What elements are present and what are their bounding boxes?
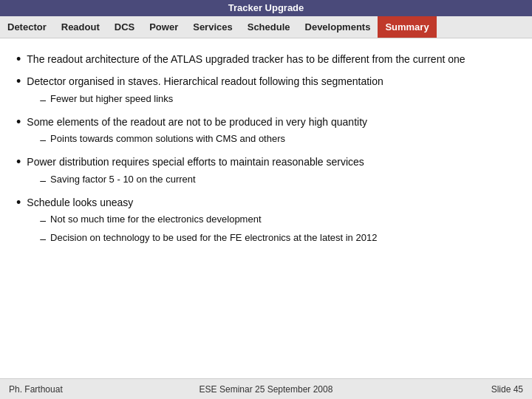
sub-bullet-b5s1: –Not so much time for the electronics de… (40, 213, 516, 228)
bullet-item-b4: •Power distribution requires special eff… (16, 154, 516, 188)
nav-item-readout[interactable]: Readout (54, 16, 107, 38)
footer-left: Ph. Farthouat (9, 384, 63, 395)
sub-bullet-b5s2: –Decision on technology to be used for t… (40, 231, 516, 246)
nav-bar: DetectorReadoutDCSPowerServicesScheduleD… (0, 16, 532, 38)
nav-item-detector[interactable]: Detector (0, 16, 54, 38)
bullet-text-b3: Some elements of the readout are not to … (27, 115, 516, 148)
bullet-item-b5: •Schedule looks uneasy–Not so much time … (16, 195, 516, 246)
bullet-text-b5: Schedule looks uneasy–Not so much time f… (27, 195, 516, 246)
bullet-item-b1: •The readout architecture of the ATLAS u… (16, 52, 516, 66)
nav-item-services[interactable]: Services (185, 16, 240, 38)
sub-dash: – (40, 92, 46, 107)
footer-center: ESE Seminar 25 September 2008 (200, 384, 333, 395)
footer-right: Slide 45 (491, 384, 523, 395)
bullet-main-text: Power distribution requires special effo… (27, 156, 364, 168)
bullet-item-b3: •Some elements of the readout are not to… (16, 115, 516, 148)
sub-bullet-b4s1: –Saving factor 5 - 10 on the current (40, 173, 516, 188)
bullet-dot: • (16, 196, 21, 209)
sub-text-b2s1: Fewer but higher speed links (50, 92, 173, 106)
sub-text-b5s2: Decision on technology to be used for th… (50, 231, 377, 245)
sub-bullet-b2s1: –Fewer but higher speed links (40, 92, 516, 107)
sub-text-b4s1: Saving factor 5 - 10 on the current (50, 173, 196, 187)
bullet-text-b4: Power distribution requires special effo… (27, 154, 516, 188)
bullet-main-text: Detector organised in staves. Hierarchic… (27, 75, 383, 87)
bullet-dot: • (16, 75, 21, 88)
bullet-item-b2: •Detector organised in staves. Hierarchi… (16, 74, 516, 107)
sub-dash: – (40, 231, 46, 246)
bullet-dot: • (16, 115, 21, 129)
bullet-text-b2: Detector organised in staves. Hierarchic… (27, 74, 516, 107)
bullet-main-text: Some elements of the readout are not to … (27, 116, 367, 128)
bullet-text-b1: The readout architecture of the ATLAS up… (27, 52, 516, 66)
sub-dash: – (40, 132, 46, 147)
main-content: •The readout architecture of the ATLAS u… (0, 38, 532, 261)
nav-item-power[interactable]: Power (142, 16, 185, 38)
bullet-main-text: Schedule looks uneasy (27, 197, 133, 208)
sub-dash: – (40, 213, 46, 228)
footer: Ph. Farthouat ESE Seminar 25 September 2… (0, 378, 532, 399)
sub-text-b3s1: Points towards common solutions with CMS… (50, 132, 285, 146)
title-bar: Tracker Upgrade (0, 0, 532, 16)
nav-item-summary[interactable]: Summary (378, 16, 436, 38)
bullet-dot: • (16, 155, 21, 168)
bullet-dot: • (16, 52, 21, 66)
bullet-main-text: The readout architecture of the ATLAS up… (27, 53, 465, 65)
sub-dash: – (40, 173, 46, 188)
sub-text-b5s1: Not so much time for the electronics dev… (50, 213, 261, 227)
nav-item-dcs[interactable]: DCS (107, 16, 142, 38)
nav-item-schedule[interactable]: Schedule (240, 16, 298, 38)
title-text: Tracker Upgrade (228, 2, 304, 13)
sub-bullet-b3s1: –Points towards common solutions with CM… (40, 132, 516, 147)
nav-item-developments[interactable]: Developments (298, 16, 378, 38)
